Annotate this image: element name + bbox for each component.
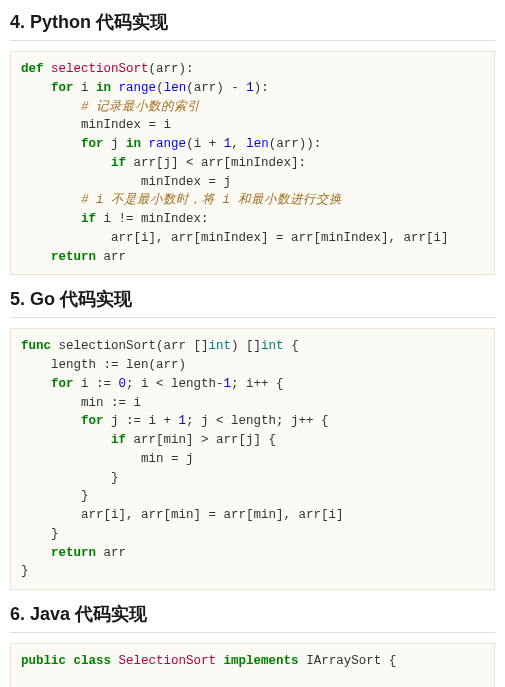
code-text: i != minIndex: (96, 212, 209, 226)
builtin-range: range (149, 137, 187, 151)
kw-for: for (51, 81, 74, 95)
code-block-go: func selectionSort(arr []int) []int { le… (10, 328, 495, 590)
kw-if: if (111, 156, 126, 170)
kw-for: for (81, 137, 104, 151)
kw-return: return (51, 546, 96, 560)
kw-func: func (21, 339, 51, 353)
fn-name: selectionSort (51, 62, 149, 76)
code-text: i (81, 81, 89, 95)
code-block-java: public class SelectionSort implements IA… (10, 643, 495, 687)
code-text: } (51, 527, 59, 541)
kw-in: in (96, 81, 111, 95)
builtin-len: len (246, 137, 269, 151)
code-text: min = j (141, 452, 194, 466)
code-text: minIndex = i (81, 118, 171, 132)
kw-public: public (21, 654, 66, 668)
code-text: ) [] (231, 339, 261, 353)
code-text: (arr) (186, 81, 224, 95)
code-text: arr (96, 250, 126, 264)
iface-name: IArraySort { (306, 654, 396, 668)
code-text: ; i < length- (126, 377, 224, 391)
code-text: } (81, 489, 89, 503)
code-text: minIndex = j (141, 175, 231, 189)
code-text: { (284, 339, 299, 353)
code-text: arr[j] < arr[minIndex]: (126, 156, 306, 170)
type-int: int (209, 339, 232, 353)
num: 1 (246, 81, 254, 95)
kw-class: class (74, 654, 112, 668)
code-text: (arr): (149, 62, 194, 76)
code-text: j := i + (104, 414, 179, 428)
kw-if: if (111, 433, 126, 447)
code-text: arr (96, 546, 126, 560)
class-name: SelectionSort (119, 654, 217, 668)
kw-for: for (81, 414, 104, 428)
code-text: - (224, 81, 247, 95)
section-heading-go: 5. Go 代码实现 (10, 287, 495, 318)
comment: # 记录最小数的索引 (81, 100, 200, 114)
code-text: i := (74, 377, 119, 391)
code-text: ): (254, 81, 269, 95)
num: 0 (119, 377, 127, 391)
fn-name: selectionSort (59, 339, 157, 353)
code-text: (arr)): (269, 137, 322, 151)
num: 1 (179, 414, 187, 428)
kw-implements: implements (224, 654, 299, 668)
code-text: arr[i], arr[min] = arr[min], arr[i] (81, 508, 344, 522)
code-text: min := i (81, 396, 141, 410)
code-text: (i + (186, 137, 224, 151)
code-text: ; j < length; j++ { (186, 414, 329, 428)
code-text: arr[min] > arr[j] { (126, 433, 276, 447)
code-text: } (111, 471, 119, 485)
code-text: ; i++ { (231, 377, 284, 391)
kw-in: in (126, 137, 141, 151)
kw-if: if (81, 212, 96, 226)
num: 1 (224, 377, 232, 391)
code-text: arr[i], arr[minIndex] = arr[minIndex], a… (111, 231, 449, 245)
builtin-range: range (119, 81, 157, 95)
kw-for: for (51, 377, 74, 391)
kw-def: def (21, 62, 44, 76)
type-int: int (261, 339, 284, 353)
code-block-python: def selectionSort(arr): for i in range(l… (10, 51, 495, 275)
section-heading-java: 6. Java 代码实现 (10, 602, 495, 633)
kw-return: return (51, 250, 96, 264)
code-text: } (21, 564, 29, 578)
section-heading-python: 4. Python 代码实现 (10, 10, 495, 41)
builtin-len: len (164, 81, 187, 95)
code-text: length := len(arr) (51, 358, 186, 372)
code-text: j (111, 137, 119, 151)
code-text: , (231, 137, 246, 151)
code-text: (arr [] (156, 339, 209, 353)
code-text: ( (156, 81, 164, 95)
comment: # i 不是最小数时，将 i 和最小数进行交换 (81, 193, 342, 207)
